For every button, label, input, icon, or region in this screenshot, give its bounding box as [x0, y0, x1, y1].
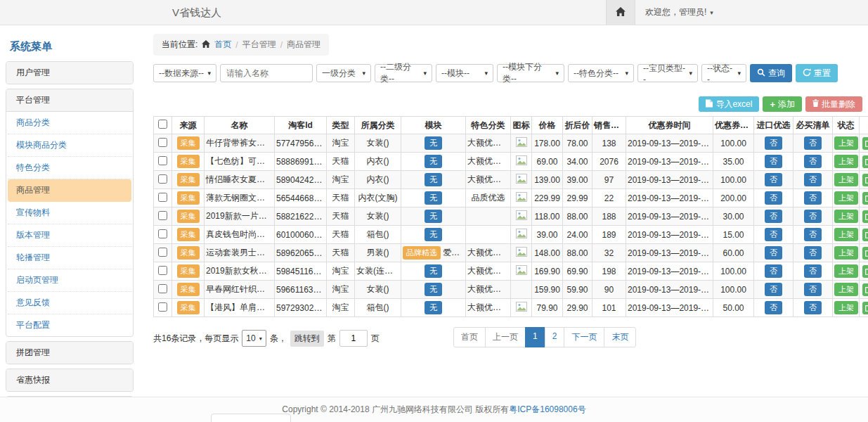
- module-none-badge[interactable]: 无: [425, 283, 442, 296]
- module-none-badge[interactable]: 无: [425, 155, 442, 168]
- row-checkbox[interactable]: [158, 211, 167, 220]
- module-none-badge[interactable]: 无: [425, 191, 442, 205]
- sidebar-item[interactable]: 特色分类: [8, 157, 131, 179]
- edit-button[interactable]: [862, 302, 868, 314]
- user-menu[interactable]: 欢迎您，管理员! ▾: [645, 6, 713, 18]
- edit-button[interactable]: [862, 283, 868, 296]
- row-checkbox[interactable]: [158, 302, 167, 312]
- filter-select-2[interactable]: --模块--▾: [436, 64, 493, 82]
- must-buy-toggle[interactable]: 否: [804, 155, 822, 168]
- data-source-select[interactable]: --数据来源--▾: [153, 64, 216, 82]
- must-buy-toggle[interactable]: 否: [804, 173, 822, 186]
- import-select-toggle[interactable]: 否: [765, 246, 782, 260]
- import-select-toggle[interactable]: 否: [765, 136, 782, 150]
- sidebar-group-3[interactable]: 省惠快报: [6, 369, 133, 391]
- import-excel-button[interactable]: 导入excel: [699, 96, 759, 112]
- row-checkbox[interactable]: [158, 174, 167, 184]
- import-select-toggle[interactable]: 否: [765, 173, 782, 186]
- edit-button[interactable]: [862, 210, 868, 223]
- select-all-checkbox[interactable]: [158, 120, 167, 129]
- module-none-badge[interactable]: 无: [425, 210, 442, 223]
- import-select-toggle[interactable]: 否: [765, 228, 782, 241]
- module-none-badge[interactable]: 无: [425, 301, 442, 314]
- jump-button[interactable]: 跳转到: [290, 331, 324, 347]
- import-select-toggle[interactable]: 否: [765, 301, 782, 314]
- edit-button[interactable]: [862, 174, 868, 186]
- import-select-toggle[interactable]: 否: [765, 191, 782, 205]
- row-checkbox[interactable]: [158, 193, 167, 202]
- must-buy-toggle[interactable]: 否: [804, 283, 822, 296]
- status-toggle[interactable]: 上架: [834, 264, 858, 278]
- must-buy-toggle[interactable]: 否: [804, 246, 822, 260]
- import-select-toggle[interactable]: 否: [765, 264, 782, 278]
- filter-select-0[interactable]: 一级分类▾: [316, 64, 371, 82]
- filter-select-6[interactable]: --状态--▾: [701, 64, 746, 82]
- module-none-badge[interactable]: 无: [425, 264, 442, 278]
- module-none-badge[interactable]: 无: [425, 228, 442, 241]
- row-checkbox[interactable]: [158, 156, 167, 165]
- name-search-input[interactable]: [220, 64, 313, 82]
- sidebar-group-1[interactable]: 平台管理: [6, 89, 133, 112]
- edit-button[interactable]: [862, 265, 868, 278]
- module-none-badge[interactable]: 无: [425, 173, 442, 186]
- sidebar-item[interactable]: 平台配置: [8, 314, 131, 336]
- page-number-input[interactable]: [339, 330, 368, 347]
- sidebar-item[interactable]: 模块商品分类: [8, 134, 131, 157]
- status-toggle[interactable]: 上架: [834, 210, 858, 223]
- must-buy-toggle[interactable]: 否: [804, 191, 822, 205]
- sidebar-item[interactable]: 宣传物料: [8, 202, 131, 224]
- search-button[interactable]: 查询: [750, 64, 792, 82]
- status-toggle[interactable]: 上架: [834, 246, 858, 260]
- status-toggle[interactable]: 上架: [834, 301, 858, 314]
- must-buy-toggle[interactable]: 否: [804, 228, 822, 241]
- filter-select-5[interactable]: --宝贝类型--▾: [637, 64, 698, 82]
- row-checkbox[interactable]: [158, 248, 167, 257]
- row-checkbox[interactable]: [158, 229, 167, 238]
- status-toggle[interactable]: 上架: [834, 155, 858, 168]
- filter-select-1[interactable]: --二级分类--▾: [375, 64, 432, 82]
- page-button-首页[interactable]: 首页: [453, 327, 486, 347]
- batch-delete-button[interactable]: 批量删除: [805, 96, 862, 112]
- row-checkbox[interactable]: [158, 284, 167, 293]
- edit-button[interactable]: [862, 247, 868, 260]
- edit-button[interactable]: [862, 192, 868, 205]
- import-select-toggle[interactable]: 否: [765, 155, 782, 168]
- page-button-上一页[interactable]: 上一页: [485, 327, 526, 347]
- per-page-select[interactable]: 10 ▾: [242, 330, 266, 347]
- breadcrumb-home-link[interactable]: 首页: [214, 39, 231, 51]
- filter-select-3[interactable]: --模块下分类--▾: [497, 64, 564, 82]
- sidebar-group-2[interactable]: 拼团管理: [6, 342, 133, 364]
- edit-button[interactable]: [862, 155, 868, 168]
- sidebar-item[interactable]: 启动页管理: [8, 269, 131, 292]
- add-button[interactable]: + 添加: [763, 96, 802, 112]
- icp-link[interactable]: 粤ICP备16098006号: [509, 404, 585, 414]
- status-toggle[interactable]: 上架: [834, 283, 858, 296]
- sidebar-item[interactable]: 意见反馈: [8, 292, 131, 314]
- must-buy-toggle[interactable]: 否: [804, 136, 822, 150]
- status-toggle[interactable]: 上架: [834, 173, 858, 186]
- reset-button[interactable]: 重置: [796, 64, 838, 82]
- row-checkbox[interactable]: [158, 138, 167, 147]
- must-buy-toggle[interactable]: 否: [804, 210, 822, 223]
- sidebar-item[interactable]: 商品分类: [8, 112, 131, 134]
- page-button-下一页[interactable]: 下一页: [564, 327, 604, 347]
- page-button-末页[interactable]: 末页: [604, 327, 636, 347]
- must-buy-toggle[interactable]: 否: [804, 264, 822, 278]
- row-checkbox[interactable]: [158, 266, 167, 275]
- module-none-badge[interactable]: 无: [425, 136, 442, 150]
- page-button-1[interactable]: 1: [525, 327, 545, 347]
- status-toggle[interactable]: 上架: [834, 136, 858, 150]
- must-buy-toggle[interactable]: 否: [804, 301, 822, 314]
- sidebar-group-0[interactable]: 用户管理: [6, 62, 133, 84]
- import-select-toggle[interactable]: 否: [765, 283, 782, 296]
- filter-select-4[interactable]: --特色分类--▾: [568, 64, 634, 82]
- import-select-toggle[interactable]: 否: [765, 210, 782, 223]
- status-toggle[interactable]: 上架: [834, 191, 858, 205]
- home-button[interactable]: [606, 0, 635, 25]
- sidebar-item[interactable]: 轮播管理: [8, 247, 131, 269]
- sidebar-item[interactable]: 版本管理: [8, 224, 131, 247]
- page-button-2[interactable]: 2: [545, 327, 565, 347]
- sidebar-item[interactable]: 商品管理: [8, 179, 131, 202]
- edit-button[interactable]: [862, 137, 868, 150]
- status-toggle[interactable]: 上架: [834, 228, 858, 241]
